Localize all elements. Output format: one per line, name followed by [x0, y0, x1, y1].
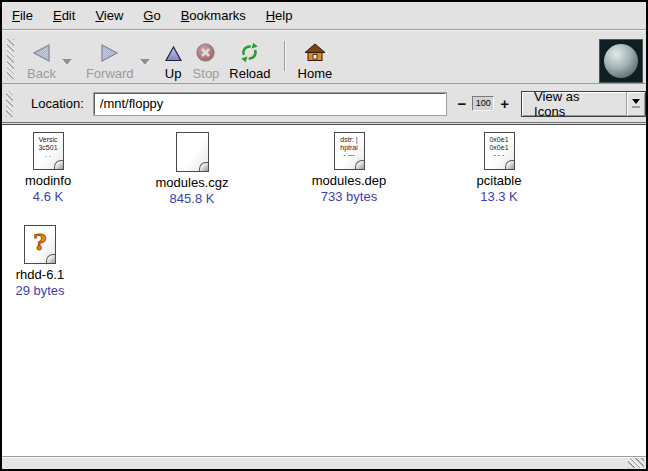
text-file-icon: 0x0e10x0e1- - - — [484, 132, 515, 170]
file-item-rhdd-6-1[interactable]: ? rhdd-6.1 29 bytes — [2, 225, 78, 298]
menu-bar: File Edit View Go Bookmarks Help — [2, 2, 646, 30]
menu-edit-mnemonic: E — [53, 8, 62, 23]
stop-icon — [195, 37, 216, 63]
view-mode-label: View as Icons — [522, 89, 626, 119]
back-arrow-icon — [30, 37, 52, 63]
file-preview-line: . . — [45, 151, 51, 158]
page-fold — [505, 160, 515, 170]
toolbar-separator — [284, 41, 285, 71]
file-manager-window: File Edit View Go Bookmarks Help Back — [0, 0, 648, 471]
file-preview-line: dstr: | — [340, 136, 357, 143]
reload-button[interactable]: Reload — [224, 37, 275, 81]
file-name: rhdd-6.1 — [16, 267, 64, 282]
menu-go[interactable]: Go — [133, 8, 170, 23]
toolbar-grip-handle[interactable] — [7, 39, 14, 79]
file-size: 845.8 K — [170, 191, 215, 206]
menu-file-rest: ile — [20, 8, 33, 23]
blank-file-icon — [176, 132, 209, 172]
location-bar-grip-handle[interactable] — [6, 91, 13, 117]
file-size: 29 bytes — [15, 283, 64, 298]
location-bar: Location: − 100 + View as Icons — [2, 85, 646, 123]
menu-file-mnemonic: F — [12, 8, 20, 23]
file-item-modules-dep[interactable]: dstr: |hptrai- --- modules.dep 733 bytes — [289, 132, 409, 204]
view-mode-arrow-area — [626, 92, 645, 116]
file-item-modinfo[interactable]: Versic3c501. . modinfo 4.6 K — [6, 132, 90, 204]
throbber-sphere-icon — [604, 44, 638, 78]
zoom-out-button[interactable]: − — [455, 95, 470, 112]
menu-go-rest: o — [153, 8, 160, 23]
file-preview-line: Versic — [38, 136, 57, 143]
file-preview-line: 3c501 — [38, 144, 57, 151]
file-name: pcitable — [477, 173, 522, 188]
menu-bookmarks-rest: ookmarks — [189, 8, 245, 23]
menu-file[interactable]: File — [2, 8, 43, 23]
status-bar — [2, 456, 646, 469]
menu-help[interactable]: Help — [256, 8, 303, 23]
home-button[interactable]: Home — [293, 37, 338, 81]
location-label: Location: — [31, 96, 84, 111]
view-mode-dropdown[interactable]: View as Icons — [521, 91, 646, 117]
reload-button-label: Reload — [229, 66, 270, 81]
file-preview-line: - - - — [494, 151, 505, 158]
toolbar: Back Forward — [2, 31, 646, 84]
back-button-label: Back — [27, 66, 56, 81]
file-name: modules.dep — [312, 173, 386, 188]
file-size: 733 bytes — [321, 189, 377, 204]
dropdown-arrow-icon — [632, 99, 640, 104]
reload-icon — [239, 37, 260, 63]
menu-edit-rest: dit — [62, 8, 76, 23]
file-item-pcitable[interactable]: 0x0e10x0e1- - - pcitable 13.3 K — [439, 132, 559, 204]
menu-view[interactable]: View — [85, 8, 133, 23]
stop-button-label: Stop — [193, 66, 220, 81]
text-file-icon: Versic3c501. . — [33, 132, 64, 170]
dropdown-arrow-bar — [632, 106, 640, 108]
file-preview-line: - --- — [343, 151, 354, 158]
question-mark-glyph: ? — [25, 228, 55, 256]
page-fold — [54, 160, 64, 170]
file-preview-line: 0x0e1 — [489, 144, 508, 151]
stop-button[interactable]: Stop — [188, 37, 225, 81]
back-button[interactable]: Back — [22, 37, 61, 81]
forward-history-dropdown-icon[interactable] — [140, 59, 150, 65]
file-name: modinfo — [25, 173, 71, 188]
file-size: 4.6 K — [33, 189, 63, 204]
menu-bookmarks[interactable]: Bookmarks — [171, 8, 256, 23]
up-button[interactable]: Up — [159, 37, 188, 81]
icon-view-area[interactable]: Versic3c501. . modinfo 4.6 K modules.cgz… — [2, 124, 646, 456]
menu-edit[interactable]: Edit — [43, 8, 85, 23]
unknown-file-icon: ? — [24, 225, 56, 264]
home-button-label: Home — [298, 66, 333, 81]
text-file-icon: dstr: |hptrai- --- — [334, 132, 365, 170]
location-input[interactable] — [94, 93, 446, 115]
file-size: 13.3 K — [480, 189, 518, 204]
home-icon — [304, 37, 326, 63]
page-fold — [355, 160, 365, 170]
forward-arrow-icon — [99, 37, 121, 63]
up-arrow-icon — [164, 37, 183, 63]
page-fold — [199, 162, 209, 172]
throbber-icon — [599, 39, 643, 83]
zoom-in-button[interactable]: + — [497, 95, 512, 112]
file-preview-line: hptrai — [340, 144, 358, 151]
menu-help-mnemonic: H — [266, 8, 275, 23]
forward-button-label: Forward — [86, 66, 134, 81]
resize-grip-handle[interactable] — [628, 458, 644, 468]
forward-button[interactable]: Forward — [81, 37, 139, 81]
up-button-label: Up — [165, 66, 182, 81]
back-history-dropdown-icon[interactable] — [62, 59, 72, 65]
menu-view-rest: iew — [104, 8, 124, 23]
file-name: modules.cgz — [156, 175, 229, 190]
menu-go-mnemonic: G — [143, 8, 153, 23]
file-item-modules-cgz[interactable]: modules.cgz 845.8 K — [132, 132, 252, 206]
page-fold — [46, 254, 56, 264]
file-preview-line: 0x0e1 — [489, 136, 508, 143]
zoom-level-indicator: 100 — [472, 96, 494, 111]
menu-help-rest: elp — [275, 8, 292, 23]
menu-view-mnemonic: V — [95, 8, 103, 23]
